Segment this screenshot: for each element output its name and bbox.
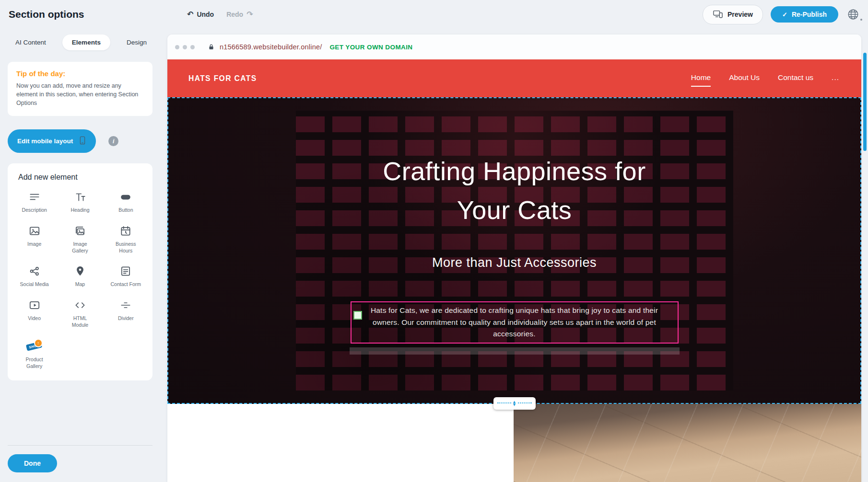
- element-divider[interactable]: Divider: [103, 298, 149, 328]
- element-image[interactable]: Image: [12, 224, 57, 254]
- site-logo[interactable]: HATS FOR CATS: [188, 74, 257, 83]
- done-button[interactable]: Done: [8, 454, 57, 472]
- html-module-icon: [74, 298, 86, 312]
- next-section: [167, 404, 861, 482]
- scrollbar[interactable]: [861, 29, 868, 482]
- app: Section options ↶ Undo Redo ↷ Preview ✓ …: [0, 0, 868, 482]
- tab-ai-content[interactable]: AI Content: [12, 34, 49, 50]
- contact-form-icon: [119, 264, 132, 278]
- undo-label: Undo: [197, 11, 214, 18]
- hero-heading[interactable]: Crafting Happiness forYour Cats: [168, 152, 860, 230]
- element-video[interactable]: Video: [12, 298, 57, 328]
- canvas-area: n1566589.websitebuilder.online/ GET YOUR…: [160, 29, 861, 482]
- image-icon: [28, 224, 41, 238]
- topbar: Section options ↶ Undo Redo ↷ Preview ✓ …: [0, 0, 868, 29]
- heading-icon: [74, 190, 86, 204]
- upgrade-badge-icon: ↑: [34, 339, 43, 347]
- sidebar: AI Content Elements Design Tip of the da…: [0, 29, 160, 482]
- site-url[interactable]: n1566589.websitebuilder.online/: [220, 43, 322, 51]
- map-pin-icon: [74, 264, 86, 278]
- nav-home[interactable]: Home: [691, 73, 711, 84]
- info-icon[interactable]: i: [108, 136, 118, 146]
- nav-more[interactable]: ...: [832, 73, 839, 84]
- undo-button[interactable]: ↶ Undo: [187, 11, 214, 18]
- window-dot: [175, 45, 179, 49]
- description-icon: [28, 190, 41, 204]
- element-heading[interactable]: Heading: [57, 190, 103, 214]
- element-label: Button: [118, 207, 133, 214]
- element-label: Map: [75, 281, 85, 288]
- element-map[interactable]: Map: [57, 264, 103, 288]
- main-canvas: n1566589.websitebuilder.online/ GET YOUR…: [160, 29, 868, 482]
- get-domain-link[interactable]: GET YOUR OWN DOMAIN: [329, 44, 412, 51]
- check-icon: ✓: [782, 11, 787, 18]
- site-header: HATS FOR CATS Home About Us Contact us .…: [167, 59, 861, 97]
- element-label: Divider: [118, 315, 134, 322]
- sidebar-spacer: [0, 380, 160, 446]
- element-button[interactable]: Button: [103, 190, 149, 214]
- tip-body: Now you can add, move and resize any ele…: [16, 81, 144, 107]
- selected-text-element[interactable]: Hats for Cats, we are dedicated to craft…: [351, 301, 679, 344]
- tab-elements[interactable]: Elements: [62, 34, 110, 50]
- republish-button[interactable]: ✓ Re-Publish: [771, 6, 838, 23]
- add-element-panel: Add new element Description Heading: [8, 163, 152, 380]
- redo-icon: ↷: [246, 11, 253, 18]
- globe-icon[interactable]: [846, 7, 860, 22]
- page-title: Section options: [9, 9, 167, 20]
- hero-section-selected[interactable]: Crafting Happiness forYour Cats More tha…: [167, 97, 861, 404]
- element-business-hours[interactable]: Business Hours: [103, 224, 149, 254]
- preview-button[interactable]: Preview: [703, 5, 763, 24]
- add-element-title: Add new element: [18, 173, 149, 182]
- site-preview-window: n1566589.websitebuilder.online/ GET YOUR…: [167, 34, 861, 482]
- element-social-media[interactable]: Social Media: [12, 264, 57, 288]
- drag-ghost-bar: [350, 347, 680, 355]
- resize-arrows-icon: ▲▼: [512, 401, 517, 407]
- window-dot: [183, 45, 187, 49]
- browser-chrome: n1566589.websitebuilder.online/ GET YOUR…: [167, 34, 861, 59]
- next-section-left: [167, 404, 514, 482]
- element-image-gallery[interactable]: Image Gallery: [57, 224, 103, 254]
- window-dot: [190, 45, 195, 49]
- business-hours-icon: [119, 224, 132, 238]
- element-label: Video: [28, 315, 41, 322]
- site-nav: Home About Us Contact us ...: [691, 73, 839, 84]
- hero-content: Crafting Happiness forYour Cats More tha…: [168, 98, 860, 270]
- image-gallery-icon: [74, 224, 86, 238]
- hero-body-text: Hats for Cats, we are dedicated to craft…: [364, 305, 665, 340]
- sidebar-divider: [8, 445, 152, 446]
- element-label: Description: [22, 207, 47, 214]
- republish-label: Re-Publish: [792, 11, 827, 18]
- hero-subheading[interactable]: More than Just Accessories: [168, 255, 860, 270]
- pavement-image: [514, 404, 861, 482]
- element-drag-handle[interactable]: [353, 311, 362, 320]
- undo-icon: ↶: [187, 11, 193, 18]
- scrollbar-thumb[interactable]: [863, 53, 867, 151]
- element-product-gallery[interactable]: SHOP ↑ Product Gallery: [12, 339, 57, 369]
- undo-redo-group: ↶ Undo Redo ↷: [187, 11, 253, 18]
- site-page: HATS FOR CATS Home About Us Contact us .…: [167, 59, 861, 482]
- nav-contact-us[interactable]: Contact us: [778, 73, 813, 84]
- nav-about-us[interactable]: About Us: [729, 73, 760, 84]
- redo-button[interactable]: Redo ↷: [226, 11, 253, 18]
- topbar-actions: Preview ✓ Re-Publish: [703, 5, 860, 24]
- section-resize-handle[interactable]: ▲▼: [493, 397, 536, 410]
- element-description[interactable]: Description: [12, 190, 57, 214]
- redo-label: Redo: [226, 11, 243, 18]
- devices-icon: [713, 9, 723, 20]
- element-grid: Description Heading Button: [12, 190, 149, 369]
- social-media-icon: [28, 264, 41, 278]
- edit-mobile-layout-button[interactable]: Edit mobile layout: [8, 129, 96, 153]
- element-label: Heading: [70, 207, 89, 214]
- tab-design[interactable]: Design: [124, 34, 150, 50]
- preview-label: Preview: [727, 11, 753, 18]
- element-label: Product Gallery: [19, 356, 50, 369]
- button-icon: [119, 190, 132, 204]
- element-label: Contact Form: [111, 281, 141, 288]
- element-label: Social Media: [20, 281, 49, 288]
- element-contact-form[interactable]: Contact Form: [103, 264, 149, 288]
- video-icon: [28, 298, 41, 312]
- element-html-module[interactable]: HTML Module: [57, 298, 103, 328]
- element-label: Image Gallery: [65, 241, 95, 254]
- element-label: Business Hours: [110, 241, 141, 254]
- mobile-layout-row: Edit mobile layout i: [8, 129, 152, 153]
